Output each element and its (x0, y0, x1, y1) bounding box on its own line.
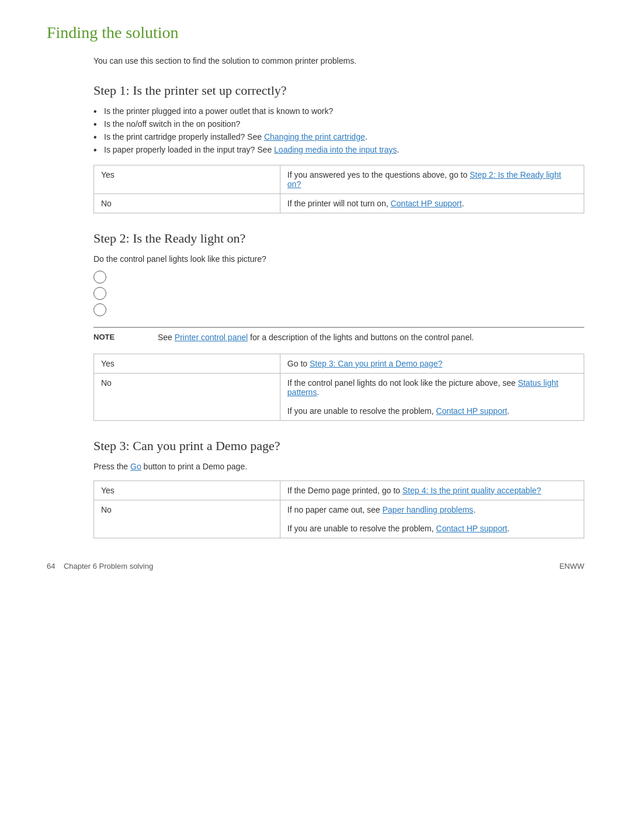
link-contact-hp-1[interactable]: Contact HP support (390, 199, 462, 208)
step3-no-row: No If no paper came out, see Paper handl… (94, 500, 584, 538)
link-go-button[interactable]: Go (130, 462, 141, 471)
bullet4: Is paper properly loaded in the input tr… (93, 145, 584, 154)
link-paper-handling[interactable]: Paper handling problems (382, 505, 473, 514)
step2-no-label: No (94, 374, 280, 421)
step3-no-action: If no paper came out, see Paper handling… (280, 500, 584, 538)
bullet1: Is the printer plugged into a power outl… (93, 106, 584, 116)
step2-no-action: If the control panel lights do not look … (280, 374, 584, 421)
step3-yes-label: Yes (94, 481, 280, 500)
note-text: See Printer control panel for a descript… (158, 333, 474, 342)
link-step4-quality[interactable]: Step 4: Is the print quality acceptable? (403, 486, 541, 495)
step1-title: Step 1: Is the printer set up correctly? (93, 83, 584, 98)
step1-no-label: No (94, 194, 280, 213)
step2-table: Yes Go to Step 3: Can you print a Demo p… (93, 354, 584, 421)
page-title: Finding the solution (47, 23, 584, 42)
link-step3-demo[interactable]: Step 3: Can you print a Demo page? (310, 359, 442, 368)
step3-table: Yes If the Demo page printed, go to Step… (93, 481, 584, 538)
link-contact-hp-2[interactable]: Contact HP support (436, 406, 507, 416)
footer-right: ENWW (559, 562, 584, 571)
step3-yes-row: Yes If the Demo page printed, go to Step… (94, 481, 584, 500)
light-icon-1 (93, 271, 106, 284)
step1-bullets: Is the printer plugged into a power outl… (93, 106, 584, 154)
note-label: NOTE (93, 333, 158, 341)
step1-yes-action: If you answered yes to the questions abo… (280, 165, 584, 194)
step3-no-label: No (94, 500, 280, 538)
note-section: NOTE See Printer control panel for a des… (93, 327, 584, 342)
step3-section: Step 3: Can you print a Demo page? Press… (93, 438, 584, 538)
step1-yes-row: Yes If you answered yes to the questions… (94, 165, 584, 194)
step1-yes-label: Yes (94, 165, 280, 194)
light-icon-2 (93, 287, 106, 300)
step2-subtitle: Do the control panel lights look like th… (93, 254, 584, 264)
bullet2: Is the no/off switch in the on position? (93, 119, 584, 129)
link-contact-hp-3[interactable]: Contact HP support (436, 524, 507, 533)
footer-left: 64 Chapter 6 Problem solving (47, 562, 153, 571)
step3-title: Step 3: Can you print a Demo page? (93, 438, 584, 454)
light-icon-3 (93, 303, 106, 316)
link-loading-media[interactable]: Loading media into the input trays (274, 145, 397, 154)
step1-table: Yes If you answered yes to the questions… (93, 165, 584, 213)
link-changing-cartridge[interactable]: Changing the print cartridge (264, 132, 365, 141)
link-printer-control-panel[interactable]: Printer control panel (175, 333, 248, 342)
step3-yes-action: If the Demo page printed, go to Step 4: … (280, 481, 584, 500)
bullet3: Is the print cartridge properly installe… (93, 132, 584, 141)
step2-yes-action: Go to Step 3: Can you print a Demo page? (280, 354, 584, 374)
step2-section: Step 2: Is the Ready light on? Do the co… (93, 231, 584, 421)
step2-yes-label: Yes (94, 354, 280, 374)
step3-subtitle: Press the Go button to print a Demo page… (93, 462, 584, 471)
step1-no-row: No If the printer will not turn on, Cont… (94, 194, 584, 213)
step2-no-row: No If the control panel lights do not lo… (94, 374, 584, 421)
step2-yes-row: Yes Go to Step 3: Can you print a Demo p… (94, 354, 584, 374)
step1-section: Step 1: Is the printer set up correctly?… (93, 83, 584, 213)
footer: 64 Chapter 6 Problem solving ENWW (47, 562, 584, 571)
light-icons (93, 271, 584, 320)
step2-title: Step 2: Is the Ready light on? (93, 231, 584, 246)
step1-no-action: If the printer will not turn on, Contact… (280, 194, 584, 213)
intro-text: You can use this section to find the sol… (93, 56, 584, 65)
